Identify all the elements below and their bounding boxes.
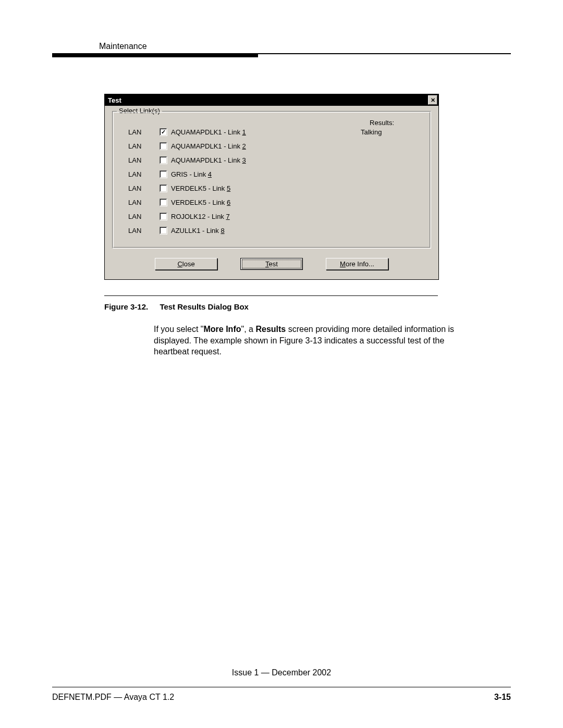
link-row: LAN VERDELK5 - Link 6: [120, 195, 423, 209]
link-label[interactable]: AQUAMAPDLK1 - Link 3: [171, 156, 361, 164]
close-button[interactable]: Close: [155, 258, 217, 270]
footer-issue: Issue 1 — December 2002: [52, 668, 511, 677]
link-checkbox[interactable]: [160, 199, 167, 206]
figure-number: Figure 3-12.: [104, 302, 148, 311]
link-label[interactable]: AZULLK1 - Link 8: [171, 227, 361, 235]
link-row: LAN AQUAMAPDLK1 - Link 2: [120, 139, 423, 153]
test-button[interactable]: Test: [240, 258, 303, 270]
link-label[interactable]: GRIS - Link 4: [171, 170, 361, 178]
titlebar: Test ✕: [105, 94, 438, 106]
results-header: Results:: [370, 119, 394, 127]
close-icon[interactable]: ✕: [428, 95, 437, 105]
link-list: LAN ✓ AQUAMAPDLK1 - Link 1 Talking LAN A…: [120, 125, 423, 238]
link-row: LAN AZULLK1 - Link 8: [120, 224, 423, 238]
link-type: LAN: [120, 227, 160, 235]
link-type: LAN: [120, 170, 160, 178]
link-checkbox[interactable]: [160, 213, 167, 220]
link-label[interactable]: VERDELK5 - Link 6: [171, 199, 361, 206]
link-checkbox[interactable]: [160, 142, 167, 150]
link-row: LAN ROJOLK12 - Link 7: [120, 209, 423, 224]
select-links-group: Select Link(s) Results: LAN ✓ AQUAMAPDLK…: [112, 111, 431, 249]
link-label[interactable]: AQUAMAPDLK1 - Link 2: [171, 142, 361, 150]
link-checkbox[interactable]: [160, 156, 167, 164]
link-checkbox[interactable]: [160, 227, 167, 235]
link-type: LAN: [120, 199, 160, 206]
group-legend: Select Link(s): [117, 107, 162, 115]
link-type: LAN: [120, 213, 160, 220]
section-header: Maintenance: [52, 42, 511, 51]
link-row: LAN VERDELK5 - Link 5: [120, 181, 423, 195]
figure-caption: Figure 3-12. Test Results Dialog Box: [104, 302, 511, 311]
link-row: LAN AQUAMAPDLK1 - Link 3: [120, 153, 423, 167]
link-checkbox[interactable]: [160, 184, 167, 192]
link-row: LAN GRIS - Link 4: [120, 167, 423, 181]
link-label[interactable]: VERDELK5 - Link 5: [171, 184, 361, 192]
link-type: LAN: [120, 142, 160, 150]
body-paragraph: If you select "More Info", a Results scr…: [154, 324, 477, 357]
link-checkbox[interactable]: [160, 170, 167, 178]
dialog-title: Test: [108, 96, 121, 104]
test-dialog: Test ✕ Select Link(s) Results: LAN ✓ AQU…: [104, 94, 439, 280]
link-type: LAN: [120, 184, 160, 192]
link-result: Talking: [361, 128, 423, 136]
link-row: LAN ✓ AQUAMAPDLK1 - Link 1 Talking: [120, 125, 423, 139]
link-type: LAN: [120, 128, 160, 136]
link-label[interactable]: AQUAMAPDLK1 - Link 1: [171, 128, 361, 136]
more-info-button[interactable]: More Info...: [326, 258, 388, 270]
footer-doc: DEFNETM.PDF — Avaya CT 1.2: [52, 693, 174, 702]
figure-title: Test Results Dialog Box: [160, 302, 249, 311]
page-number: 3-15: [494, 693, 511, 702]
link-type: LAN: [120, 156, 160, 164]
link-checkbox[interactable]: ✓: [160, 128, 167, 136]
link-label[interactable]: ROJOLK12 - Link 7: [171, 213, 361, 220]
